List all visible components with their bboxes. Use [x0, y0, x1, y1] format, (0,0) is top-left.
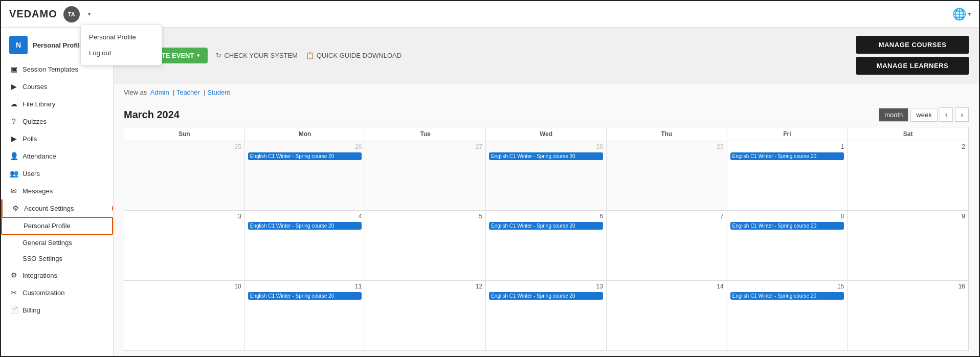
globe-icon[interactable]: 🌐 — [952, 8, 966, 21]
cell-mar-12[interactable]: 12 — [365, 281, 486, 350]
user-dropdown-menu: Personal Profile Log out — [80, 25, 162, 65]
polls-label: Polls — [23, 135, 37, 143]
event-pill[interactable]: English C1 Winter - Spring course 20 — [489, 222, 603, 230]
event-pill[interactable]: English C1 Winter - Spring course 20 — [248, 152, 362, 160]
event-pill[interactable]: English C1 Winter - Spring course 20 — [730, 292, 844, 300]
billing-icon: 📄 — [9, 306, 18, 314]
day-header-fri: Fri — [727, 127, 848, 141]
sidebar-item-customization[interactable]: ✂ Customization — [1, 284, 113, 301]
cell-mar-16[interactable]: 16 — [848, 281, 968, 350]
account-settings-label: Account Settings — [24, 205, 74, 212]
sidebar-item-messages[interactable]: ✉ Messages — [1, 182, 113, 199]
event-pill[interactable]: English C1 Winter - Spring course 20 — [730, 152, 844, 160]
cell-mar-14[interactable]: 14 — [607, 281, 727, 350]
sidebar-item-integrations[interactable]: ⚙ Integrations — [1, 266, 113, 284]
view-as-student[interactable]: Student — [207, 88, 230, 96]
calendar-body: 25 26English C1 Winter - Spring course 2… — [124, 141, 968, 350]
cell-mar-2[interactable]: 2 — [848, 141, 968, 210]
calendar-header: March 2024 month week ‹ › — [124, 101, 969, 127]
cell-mar-13[interactable]: 13English C1 Winter - Spring course 20 — [486, 281, 607, 350]
month-view-button[interactable]: month — [879, 108, 908, 122]
cell-mar-15[interactable]: 15English C1 Winter - Spring course 20 — [727, 281, 848, 350]
sidebar-item-users[interactable]: 👥 Users — [1, 165, 113, 182]
day-header-thu: Thu — [607, 127, 727, 141]
sidebar-item-billing[interactable]: 📄 Billing — [1, 301, 113, 319]
cell-mar-10[interactable]: 10 — [124, 281, 245, 350]
week-view-button[interactable]: week — [910, 108, 937, 122]
sidebar-item-polls[interactable]: ▶ Polls — [1, 130, 113, 147]
billing-label: Billing — [23, 306, 40, 314]
sidebar-subitem-general-settings[interactable]: General Settings — [1, 235, 113, 251]
event-pill[interactable]: English C1 Winter - Spring course 20 — [730, 222, 844, 230]
session-templates-label: Session Templates — [23, 65, 78, 73]
sidebar-item-attendance[interactable]: 👤 Attendance — [1, 147, 113, 165]
calendar-week-3: 10 11English C1 Winter - Spring course 2… — [124, 281, 968, 350]
sidebar-item-account-settings[interactable]: ⚙ Account Settings 1 — [1, 199, 113, 217]
courses-label: Courses — [23, 83, 47, 91]
cell-mar-8[interactable]: 8English C1 Winter - Spring course 20 — [727, 211, 848, 280]
quick-guide-link[interactable]: 📋 QUICK GUIDE DOWNLOAD — [306, 52, 402, 59]
manage-courses-button[interactable]: MANAGE COURSES — [856, 36, 969, 54]
sidebar-personal-profile-header: Personal Profile — [33, 41, 83, 49]
dropdown-personal-profile[interactable]: Personal Profile — [81, 29, 162, 45]
cell-mar-5[interactable]: 5 — [365, 211, 486, 280]
cell-mar-1[interactable]: 1English C1 Winter - Spring course 20 — [727, 141, 848, 210]
sidebar-subitem-personal-profile[interactable]: Personal Profile 2 — [1, 217, 113, 235]
day-header-mon: Mon — [245, 127, 366, 141]
cell-mar-9[interactable]: 9 — [848, 211, 968, 280]
content-area: 📹 CREATE EVENT ▾ ↻ CHECK YOUR SYSTEM 📋 Q… — [114, 28, 979, 356]
globe-dropdown-arrow[interactable]: ▾ — [968, 11, 971, 17]
cell-mar-3[interactable]: 3 — [124, 211, 245, 280]
calendar-wrapper: March 2024 month week ‹ › Sun Mon Tue We… — [114, 101, 979, 356]
event-pill[interactable]: English C1 Winter - Spring course 20 — [489, 152, 603, 160]
view-as-teacher[interactable]: Teacher — [176, 88, 200, 96]
check-system-link[interactable]: ↻ CHECK YOUR SYSTEM — [216, 52, 298, 59]
day-header-tue: Tue — [365, 127, 486, 141]
dropdown-logout[interactable]: Log out — [81, 45, 162, 61]
cell-feb-28[interactable]: 28English C1 Winter - Spring course 20 — [486, 141, 607, 210]
sidebar-item-courses[interactable]: ▶ Courses — [1, 78, 113, 95]
file-library-icon: ☁ — [9, 100, 18, 108]
cell-feb-26[interactable]: 26English C1 Winter - Spring course 20 — [245, 141, 366, 210]
toolbar: 📹 CREATE EVENT ▾ ↻ CHECK YOUR SYSTEM 📋 Q… — [114, 28, 979, 83]
users-icon: 👥 — [9, 169, 18, 177]
cell-mar-6[interactable]: 6English C1 Winter - Spring course 20 — [486, 211, 607, 280]
session-templates-icon: ▣ — [9, 65, 18, 73]
sso-settings-sub-label: SSO Settings — [23, 255, 62, 262]
avatar-dropdown-arrow[interactable]: ▾ — [88, 11, 91, 17]
manage-learners-button[interactable]: MANAGE LEARNERS — [856, 57, 969, 75]
polls-icon: ▶ — [9, 135, 18, 143]
next-nav-button[interactable]: › — [955, 107, 969, 122]
users-label: Users — [23, 170, 40, 177]
cell-feb-25[interactable]: 25 — [124, 141, 245, 210]
sidebar-item-file-library[interactable]: ☁ File Library — [1, 95, 113, 113]
view-as-admin[interactable]: Admin — [150, 88, 169, 96]
check-system-icon: ↻ — [216, 52, 221, 59]
cell-feb-29[interactable]: 29 — [607, 141, 727, 210]
cell-mar-4[interactable]: 4English C1 Winter - Spring course 20 — [245, 211, 366, 280]
customization-icon: ✂ — [9, 288, 18, 297]
cell-feb-27[interactable]: 27 — [365, 141, 486, 210]
manage-buttons: MANAGE COURSES MANAGE LEARNERS — [856, 36, 969, 75]
event-pill[interactable]: English C1 Winter - Spring course 20 — [248, 222, 362, 230]
prev-nav-button[interactable]: ‹ — [940, 107, 953, 122]
cell-mar-7[interactable]: 7 — [607, 211, 727, 280]
header-left: VEDAMO TA ▾ Personal Profile Log out — [9, 6, 91, 23]
general-settings-sub-label: General Settings — [23, 239, 72, 247]
quizzes-label: Quizzes — [23, 118, 47, 125]
avatar-button[interactable]: TA — [63, 6, 80, 23]
event-pill[interactable]: English C1 Winter - Spring course 20 — [248, 292, 362, 300]
file-library-label: File Library — [23, 100, 55, 108]
sidebar-item-quizzes[interactable]: ? Quizzes — [1, 113, 113, 130]
quizzes-icon: ? — [9, 117, 18, 125]
event-pill[interactable]: English C1 Winter - Spring course 20 — [489, 292, 603, 300]
view-as-label: View as — [124, 88, 147, 96]
day-header-wed: Wed — [486, 127, 607, 141]
calendar-days-header: Sun Mon Tue Wed Thu Fri Sat — [124, 127, 968, 141]
view-as-row: View as Admin | Teacher | Student — [114, 83, 979, 101]
messages-label: Messages — [23, 187, 53, 195]
attendance-label: Attendance — [23, 152, 56, 160]
sidebar-subitem-sso-settings[interactable]: SSO Settings — [1, 251, 113, 266]
cell-mar-11[interactable]: 11English C1 Winter - Spring course 20 — [245, 281, 366, 350]
day-header-sun: Sun — [124, 127, 245, 141]
